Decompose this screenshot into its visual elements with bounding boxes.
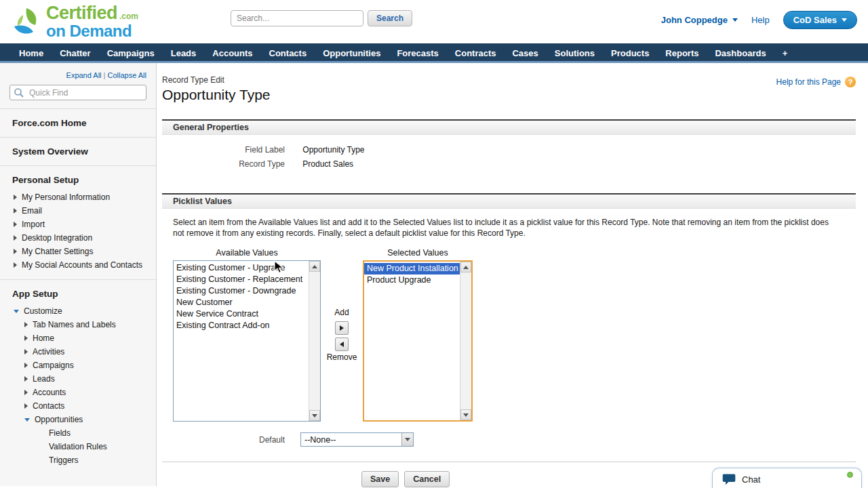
expand-arrow-icon[interactable] — [24, 403, 28, 409]
default-label: Default — [173, 435, 285, 445]
expand-arrow-icon[interactable] — [14, 249, 17, 254]
tab-dashboards[interactable]: Dashboards — [707, 43, 774, 61]
expand-arrow-icon[interactable] — [14, 222, 17, 227]
sidebar-item-my-chatter-settings[interactable]: My Chatter Settings — [0, 245, 156, 258]
scrollbar[interactable] — [309, 261, 320, 421]
cancel-button[interactable]: Cancel — [404, 471, 450, 487]
collapse-arrow-icon[interactable] — [24, 418, 30, 422]
help-question-icon[interactable] — [845, 77, 856, 87]
sidebar-item-tab-names-and-labels[interactable]: Tab Names and Labels — [0, 318, 156, 331]
tab-chatter[interactable]: Chatter — [52, 43, 99, 61]
tab-home[interactable]: Home — [11, 43, 52, 61]
tab-products[interactable]: Products — [603, 43, 657, 61]
dual-listbox: Available Values Existing Customer - Upg… — [162, 248, 856, 422]
sidebar-item-activities[interactable]: Activities — [0, 345, 156, 359]
tab-solutions[interactable]: Solutions — [547, 43, 603, 61]
available-option[interactable]: Existing Customer - Upgrade — [174, 262, 309, 274]
tab-leads[interactable]: Leads — [163, 43, 205, 61]
selected-option[interactable]: Product Upgrade — [364, 274, 460, 286]
sidebar-item-my-personal-information[interactable]: My Personal Information — [0, 190, 156, 204]
sidebar-item-fields[interactable]: Fields — [0, 426, 156, 440]
expand-arrow-icon[interactable] — [14, 208, 17, 214]
sidebar-item-my-social-accounts[interactable]: My Social Accounts and Contacts — [0, 258, 156, 272]
expand-arrow-icon[interactable] — [24, 390, 28, 395]
sidebar-item-email[interactable]: Email — [0, 204, 156, 218]
user-area: John Coppedge Help CoD Sales — [661, 11, 857, 29]
general-properties-section: General Properties Field Label Opportuni… — [162, 119, 856, 177]
expand-arrow-icon[interactable] — [14, 262, 17, 268]
collapse-arrow-icon[interactable] — [14, 310, 19, 313]
sidebar-item-opportunities[interactable]: Opportunities — [0, 413, 156, 426]
tab-campaigns[interactable]: Campaigns — [99, 43, 163, 61]
picklist-description: Select an item from the Available Values… — [162, 217, 847, 239]
available-option[interactable]: New Customer — [174, 297, 309, 308]
available-values-listbox[interactable]: Existing Customer - Upgrade Existing Cus… — [173, 260, 321, 422]
add-remove-controls: Add Remove — [321, 248, 363, 422]
expand-arrow-icon[interactable] — [24, 376, 28, 382]
sidebar-item-validation-rules[interactable]: Validation Rules — [0, 440, 156, 453]
logo-title: Certified — [46, 3, 117, 23]
field-label-value: Opportunity Type — [302, 145, 364, 155]
chat-online-status-dot — [847, 472, 853, 478]
tab-reports[interactable]: Reports — [657, 43, 707, 61]
expand-collapse-row: Expand All | Collapse All — [0, 71, 156, 79]
scrollbar[interactable] — [460, 262, 471, 420]
default-row: Default --None-- — [162, 432, 856, 447]
expand-arrow-icon[interactable] — [14, 235, 17, 241]
sidebar-item-customize[interactable]: Customize — [0, 304, 156, 318]
chat-widget[interactable]: Chat — [712, 468, 862, 488]
search-input[interactable] — [231, 10, 363, 26]
available-option[interactable]: Existing Contract Add-on — [174, 320, 309, 331]
collapse-all-link[interactable]: Collapse All — [108, 71, 146, 79]
save-button[interactable]: Save — [361, 471, 399, 487]
tab-opportunities[interactable]: Opportunities — [315, 43, 389, 61]
default-select[interactable]: --None-- — [300, 432, 414, 447]
remove-button[interactable] — [335, 338, 349, 351]
help-link[interactable]: Help — [751, 15, 770, 25]
sidebar-item-label: Triggers — [49, 455, 79, 465]
sidebar-item-contacts[interactable]: Contacts — [0, 399, 156, 413]
expand-arrow-icon[interactable] — [14, 195, 17, 200]
sidebar-item-import[interactable]: Import — [0, 218, 156, 231]
tab-add[interactable]: + — [774, 43, 796, 61]
scroll-down-button[interactable] — [460, 409, 471, 420]
sidebar-item-triggers[interactable]: Triggers — [0, 453, 156, 467]
selected-values-listbox[interactable]: New Product Installation Product Upgrade — [363, 260, 473, 422]
tab-accounts[interactable]: Accounts — [204, 43, 260, 61]
selected-option[interactable]: New Product Installation — [364, 263, 460, 274]
user-menu[interactable]: John Coppedge — [661, 15, 738, 25]
tab-contracts[interactable]: Contracts — [447, 43, 505, 61]
expand-all-link[interactable]: Expand All — [66, 71, 102, 79]
quick-find-input[interactable] — [9, 85, 146, 100]
available-option[interactable]: New Service Contract — [174, 308, 309, 320]
scroll-up-button[interactable] — [460, 262, 471, 272]
tab-cases[interactable]: Cases — [504, 43, 546, 61]
tab-forecasts[interactable]: Forecasts — [389, 43, 446, 61]
sidebar-item-campaigns[interactable]: Campaigns — [0, 359, 156, 372]
scroll-up-button[interactable] — [309, 261, 320, 272]
record-type-row: Record Type Product Sales — [162, 157, 856, 171]
sidebar-item-accounts[interactable]: Accounts — [0, 386, 156, 399]
available-option[interactable]: Existing Customer - Replacement — [174, 274, 309, 285]
sidebar-item-desktop-integration[interactable]: Desktop Integration — [0, 231, 156, 245]
page-title: Opportunity Type — [162, 87, 271, 103]
expand-arrow-icon[interactable] — [24, 322, 28, 327]
sidebar-item-home[interactable]: Home — [0, 331, 156, 345]
search-button[interactable]: Search — [368, 10, 412, 26]
add-button[interactable] — [335, 321, 349, 335]
expand-arrow-icon[interactable] — [24, 363, 28, 368]
tab-contacts[interactable]: Contacts — [261, 43, 315, 61]
sidebar-item-leads[interactable]: Leads — [0, 372, 156, 386]
expand-arrow-icon[interactable] — [24, 349, 28, 354]
sidebar-item-system-overview[interactable]: System Overview — [0, 145, 156, 158]
sidebar-item-force-com-home[interactable]: Force.com Home — [0, 117, 156, 129]
record-type-label: Record Type — [173, 157, 285, 171]
scroll-down-button[interactable] — [309, 410, 320, 421]
expand-arrow-icon[interactable] — [24, 336, 28, 341]
app-menu-button[interactable]: CoD Sales — [783, 11, 857, 29]
available-option[interactable]: Existing Customer - Downgrade — [174, 285, 309, 297]
help-for-page-link[interactable]: Help for this Page — [776, 77, 841, 87]
quick-find — [9, 85, 146, 100]
search-icon — [14, 87, 24, 98]
dropdown-arrow-button[interactable] — [401, 433, 413, 446]
